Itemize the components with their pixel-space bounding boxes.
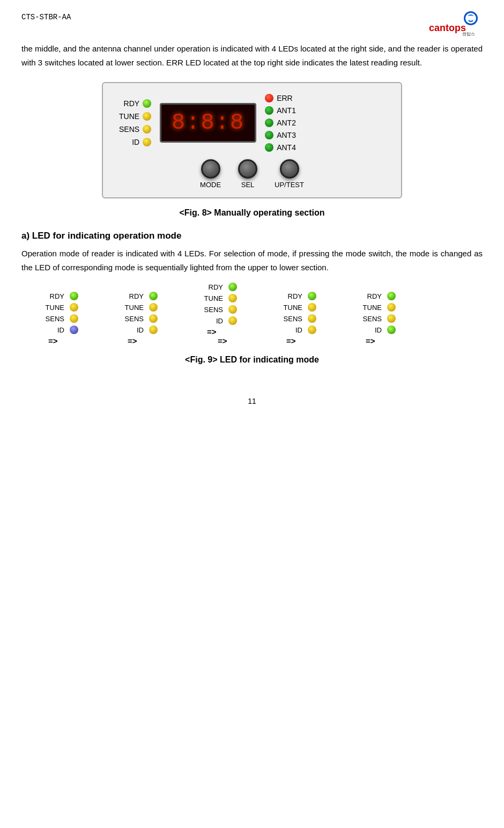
g5-tune: TUNE	[362, 303, 396, 312]
g3-id-led	[228, 316, 237, 325]
g5-sens-label: SENS	[362, 315, 382, 323]
g1-sens-led	[70, 314, 78, 323]
ant1-led	[265, 106, 273, 115]
g2-rdy: RDY	[124, 292, 158, 300]
tune-label: TUNE	[119, 112, 139, 121]
sel-button-item: SEL	[238, 159, 257, 189]
g4-tune: TUNE	[283, 303, 316, 312]
left-led-column: RDY TUNE SENS ID	[119, 99, 151, 146]
g3-tune-led	[228, 294, 237, 302]
mode-group-4: RDY TUNE SENS ID	[283, 292, 358, 345]
rdy-label: RDY	[124, 99, 140, 108]
g3-arrows: => =>	[207, 327, 227, 345]
g2-tune-led	[149, 303, 158, 312]
g2-sens-led	[149, 314, 158, 323]
mode-label: MODE	[200, 181, 221, 189]
mode-group-5-leds: RDY TUNE SENS ID	[362, 292, 396, 334]
g3-arrow: =>	[207, 327, 217, 336]
mode-group-2: RDY TUNE SENS ID	[124, 292, 199, 345]
err-label: ERR	[277, 94, 293, 102]
uptest-button-item: UP/TEST	[275, 159, 304, 189]
mode-group-3: RDY TUNE SENS ID	[204, 283, 279, 345]
g4-tune-led	[308, 303, 316, 312]
mode-button-item: MODE	[200, 159, 221, 189]
seven-segment-display: 8:8:8	[160, 103, 256, 143]
g3-tune: TUNE	[204, 294, 237, 302]
uptest-label: UP/TEST	[275, 181, 304, 189]
g2-id-led	[149, 326, 158, 334]
g3-rdy-label: RDY	[204, 283, 223, 291]
g4-id: ID	[283, 326, 316, 334]
g1-id-led	[70, 326, 78, 334]
g5-rdy: RDY	[362, 292, 396, 300]
panel-inner: RDY TUNE SENS ID	[119, 94, 385, 152]
g5-tune-led	[387, 303, 396, 312]
g3-arrow-below: =>	[218, 336, 227, 345]
ant2-led-row: ANT2	[265, 119, 296, 127]
intro-text: the middle, and the antenna channel unde…	[21, 42, 483, 69]
g5-rdy-label: RDY	[362, 292, 382, 300]
g5-tune-label: TUNE	[362, 304, 382, 312]
mode-group-2-leds: RDY TUNE SENS ID	[124, 292, 158, 334]
g3-sens: SENS	[204, 305, 237, 314]
display-text: 8:8:8	[172, 110, 244, 136]
svg-text:cantops: cantops	[429, 23, 466, 33]
g1-tune: TUNE	[45, 303, 78, 312]
section-a-text: Operation mode of reader is indicated wi…	[21, 247, 483, 274]
mode-switch[interactable]	[201, 159, 220, 179]
g1-rdy: RDY	[45, 292, 78, 300]
sel-label: SEL	[241, 181, 255, 189]
ant3-led-row: ANT3	[265, 131, 296, 139]
ant4-led	[265, 143, 273, 152]
section-a-heading: a) LED for indicating operation mode	[21, 231, 483, 241]
g5-arrow-row: =>	[366, 336, 379, 345]
ant4-led-row: ANT4	[265, 143, 296, 152]
fig9-container: RDY TUNE SENS ID	[21, 283, 483, 345]
g4-rdy-led	[308, 292, 316, 300]
page-number: 11	[21, 397, 483, 405]
g2-tune: TUNE	[124, 303, 158, 312]
mode-group-5: RDY TUNE SENS ID	[362, 292, 459, 345]
id-led-row: ID	[132, 138, 151, 146]
fig8-caption: <Fig. 8> Manually operating section	[21, 208, 483, 218]
ant3-led	[265, 131, 273, 139]
g5-sens-led	[387, 314, 396, 323]
ant1-led-row: ANT1	[265, 106, 296, 115]
g5-sens: SENS	[362, 314, 396, 323]
ant1-label: ANT1	[277, 106, 296, 115]
g3-tune-label: TUNE	[204, 294, 223, 302]
mode-groups-row: RDY TUNE SENS ID	[45, 283, 459, 345]
g2-sens-label: SENS	[124, 315, 144, 323]
g4-arrow-row: =>	[286, 336, 296, 345]
sens-led-row: SENS	[119, 125, 151, 134]
g2-arrow-row: =>	[128, 336, 137, 345]
g2-sens: SENS	[124, 314, 158, 323]
g4-rdy: RDY	[283, 292, 316, 300]
sens-label: SENS	[119, 125, 139, 134]
g1-id-label: ID	[45, 326, 64, 334]
g4-id-label: ID	[283, 326, 302, 334]
id-led	[143, 138, 151, 146]
tune-led-row: TUNE	[119, 112, 151, 121]
g1-tune-label: TUNE	[45, 304, 64, 312]
tune-led	[143, 112, 151, 121]
g4-sens-led	[308, 314, 316, 323]
g4-sens: SENS	[283, 314, 316, 323]
g3-sens-label: SENS	[204, 306, 223, 314]
g2-id-label: ID	[124, 326, 144, 334]
g3-sens-led	[228, 305, 237, 314]
g4-tune-label: TUNE	[283, 304, 302, 312]
uptest-switch[interactable]	[280, 159, 299, 179]
rdy-led	[143, 99, 151, 108]
g1-rdy-label: RDY	[45, 292, 64, 300]
sens-led	[143, 125, 151, 134]
g5-arrow: =>	[366, 336, 375, 345]
g4-sens-label: SENS	[283, 315, 302, 323]
sel-switch[interactable]	[238, 159, 257, 179]
g1-sens: SENS	[45, 314, 78, 323]
id-label: ID	[132, 138, 139, 146]
err-led-row: ERR	[265, 94, 293, 102]
g5-id: ID	[362, 326, 396, 334]
g3-id: ID	[204, 316, 237, 325]
rdy-led-row: RDY	[124, 99, 152, 108]
